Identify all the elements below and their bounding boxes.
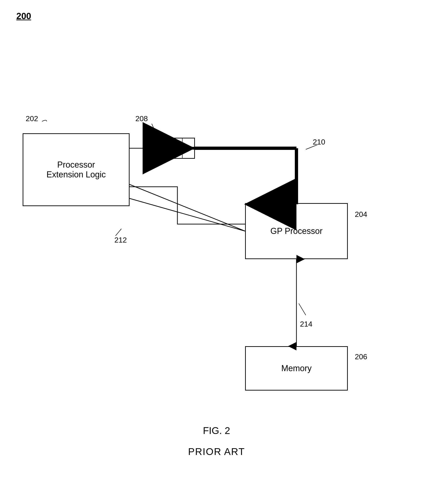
fifo-buffer-box	[145, 138, 195, 159]
processor-extension-logic-box: ProcessorExtension Logic	[23, 133, 130, 206]
memory-label: Memory	[281, 363, 312, 373]
caption-fig: FIG. 2	[203, 425, 230, 436]
ref-204: 204	[355, 210, 367, 219]
gp-processor-box: GP Processor	[245, 203, 348, 259]
ref-212: 212	[114, 236, 127, 244]
line-212	[130, 198, 245, 231]
fifo-cell-3	[170, 138, 182, 158]
diagram-container: 200 ProcessorExtension Logic GP Processo…	[0, 0, 433, 504]
fifo-cell-4	[182, 138, 194, 158]
line-212-direct	[130, 184, 245, 231]
ref-line-208	[152, 124, 156, 134]
ref-line-214	[299, 304, 306, 315]
ref-208: 208	[135, 114, 148, 123]
pel-label: ProcessorExtension Logic	[46, 160, 106, 180]
ref-line-212	[116, 229, 121, 236]
figure-number: 200	[16, 11, 31, 21]
memory-box: Memory	[245, 346, 348, 391]
ref-line-202	[42, 120, 47, 121]
ref-210: 210	[313, 138, 325, 146]
ref-206: 206	[355, 352, 367, 361]
fifo-cell-2	[158, 138, 170, 158]
fifo-cell-1	[146, 138, 158, 158]
gp-label: GP Processor	[270, 226, 322, 236]
caption-prior: PRIOR ART	[188, 446, 245, 457]
line-pel-gp-212	[130, 187, 245, 224]
ref-202: 202	[26, 114, 38, 123]
ref-214: 214	[300, 320, 312, 328]
